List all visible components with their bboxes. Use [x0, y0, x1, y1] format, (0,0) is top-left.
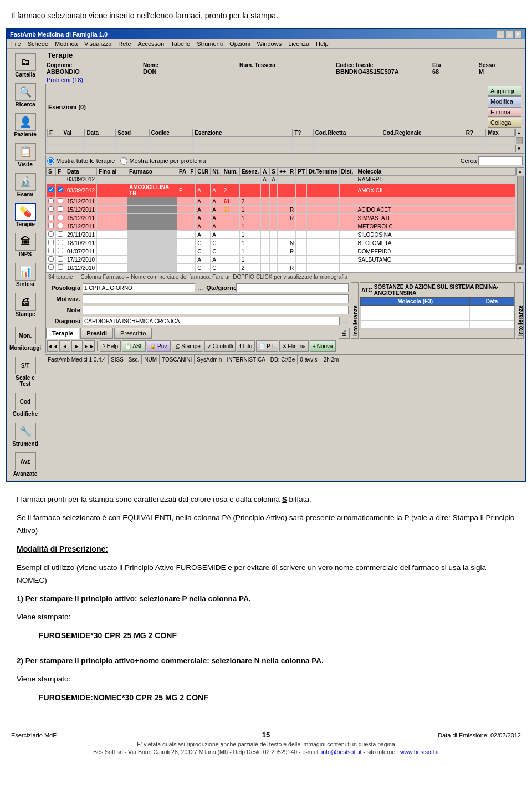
radio-problem-input[interactable]: [120, 157, 127, 165]
sidebar-item-monitoraggi[interactable]: Mon. Monitoraggi: [8, 324, 43, 353]
sidebar-item-paziente[interactable]: 👤 Paziente: [8, 111, 43, 140]
sidebar-item-strumenti[interactable]: 🔧 Strumenti: [8, 420, 43, 449]
priv-btn[interactable]: 🔒 Priv.: [147, 340, 171, 352]
maximize-button[interactable]: □: [505, 30, 513, 38]
status-bar: FastAmb Medici 1.0.4.4 SISS Ssc. NUM TOS…: [45, 354, 524, 364]
stamp-button[interactable]: 🖨: [339, 328, 350, 339]
sidebar-item-esami[interactable]: 🔬 Esami: [8, 171, 43, 200]
therapy-row-2[interactable]: 15/12/2011 A A 61 2: [47, 197, 516, 206]
sidebar-item-avanzate[interactable]: Avz Avanzate: [8, 450, 43, 479]
info-btn[interactable]: ℹ Info: [237, 340, 255, 352]
window-titlebar: FastAmb Medicina di Famiglia 1.0 _ □ ✕: [7, 29, 525, 39]
modifica-button[interactable]: Modifica: [488, 96, 521, 106]
therapy-row-8[interactable]: 01/07/2011 C C 1: [47, 247, 516, 256]
menu-modifica[interactable]: Modifica: [52, 40, 81, 48]
aggiungi-button[interactable]: Aggiungi: [488, 86, 521, 96]
scroll-down[interactable]: ▼: [515, 145, 523, 152]
diagnosi-input[interactable]: [83, 317, 340, 325]
footer-website[interactable]: www.bestsoft.it: [400, 749, 439, 755]
elimina-icon: ✕: [282, 343, 287, 349]
therapy-row-4[interactable]: 15/12/2011 A A 1: [47, 214, 516, 222]
menu-opzioni[interactable]: Opzioni: [226, 40, 253, 48]
nav-first[interactable]: ◄◄: [47, 340, 58, 352]
tab-terapie[interactable]: Terapie: [46, 328, 79, 339]
nav-prev[interactable]: ◄: [59, 340, 70, 352]
sidebar-item-scale-test[interactable]: S/T Scale e Test: [8, 354, 43, 389]
stampe-btn[interactable]: 🖨 Stampe: [172, 340, 203, 352]
sidebar-item-cartella[interactable]: 🗂 Cartella: [8, 51, 43, 80]
scroll-up[interactable]: ▲: [515, 129, 523, 136]
sidebar-item-terapie[interactable]: 💊 Terapie: [8, 201, 43, 230]
help-btn[interactable]: ? Help: [100, 340, 121, 352]
esenzioni-row-1[interactable]: [48, 137, 515, 145]
menu-windows[interactable]: Windows: [254, 40, 285, 48]
therapy-row-0[interactable]: 03/09/2012 A: [47, 176, 516, 184]
molecule-row-1[interactable]: [361, 306, 514, 313]
menu-licenza[interactable]: Licenza: [285, 40, 313, 48]
therapy-scroll-up[interactable]: ▲: [516, 167, 524, 175]
therapy-scroll-down[interactable]: ▼: [516, 264, 524, 272]
therapy-row-amoxicillina[interactable]: 03/09/2012 AMOXICILLINA TR P A A 2: [47, 184, 516, 197]
therapy-scroll-thumb[interactable]: [517, 176, 524, 264]
posologia-input[interactable]: [83, 283, 195, 292]
therapy-row-3[interactable]: 15/12/2011 A A 13 1: [47, 206, 516, 214]
minimize-button[interactable]: _: [497, 30, 504, 38]
footer-email[interactable]: info@bestsoft.it: [321, 749, 362, 755]
menu-visualizza[interactable]: Visualizza: [81, 40, 115, 48]
therapy-row-9[interactable]: 17/12/2010 A A 1: [47, 256, 516, 264]
cerca-input[interactable]: [478, 156, 523, 165]
note-input[interactable]: [83, 306, 349, 314]
nav-next[interactable]: ►: [71, 340, 83, 352]
nuova-btn[interactable]: + Nuova: [310, 340, 336, 352]
intolleranze-tab-right[interactable]: Intolleranze: [516, 282, 524, 339]
menu-file[interactable]: File: [8, 40, 24, 48]
motivaz-input[interactable]: [83, 294, 349, 303]
menubar: File Schede Modifica Visualizza Rete Acc…: [7, 39, 525, 49]
molecule-row-2[interactable]: [361, 313, 514, 321]
asl-btn[interactable]: 📋 ASL: [122, 340, 146, 352]
therapy-row-6[interactable]: 29/11/2011 A A 1: [47, 231, 516, 239]
menu-accessori[interactable]: Accessori: [135, 40, 168, 48]
collega-button[interactable]: Collega: [488, 118, 521, 128]
esenzioni-row-2[interactable]: [48, 145, 515, 152]
qta-giorno-input[interactable]: [236, 283, 349, 292]
intolleranze-tab-left[interactable]: Intolleranze: [351, 282, 359, 339]
section-title: Terapie: [45, 50, 524, 60]
problemi-link[interactable]: Problemi (18): [45, 76, 524, 84]
sidebar-item-ricerca[interactable]: 🔍 Ricerca: [8, 81, 43, 110]
sidebar-item-stampe[interactable]: 🖨 Stampe: [8, 291, 43, 319]
therapy-row-5[interactable]: 15/12/2011 A A 1: [47, 222, 516, 231]
tab-prescritto[interactable]: Prescritto: [114, 328, 152, 339]
elimina-therapy-btn[interactable]: ✕ Elimina: [279, 340, 309, 352]
menu-strumenti[interactable]: Strumenti: [193, 40, 226, 48]
status-user: TOSCANINI: [160, 355, 195, 364]
status-num: NUM: [142, 355, 160, 364]
menu-rete[interactable]: Rete: [115, 40, 134, 48]
therapy-row-7[interactable]: 18/10/2011 C C 1: [47, 239, 516, 247]
menu-tabelle[interactable]: Tabelle: [167, 40, 193, 48]
sidebar-item-codifiche[interactable]: Cod Codifiche: [8, 390, 43, 419]
doc-modalita: Modalità di Prescrizione:: [17, 543, 515, 556]
nav-last[interactable]: ►►: [84, 340, 95, 352]
strumenti-icon: 🔧: [15, 423, 36, 440]
menu-schede[interactable]: Schede: [24, 40, 52, 48]
sidebar-item-inps[interactable]: 🏛 INPS: [8, 231, 43, 259]
menu-help[interactable]: Help: [313, 40, 332, 48]
sidebar-item-sintesi[interactable]: 📊 Sintesi: [8, 261, 43, 289]
sidebar-item-visite[interactable]: 📋 Visite: [8, 141, 43, 170]
patient-eta-group: Eta 68: [432, 62, 477, 75]
molecule-row-3[interactable]: [361, 321, 514, 329]
th-fino-al: Fino al: [97, 168, 127, 176]
tab-presidi[interactable]: Presidi: [80, 328, 113, 339]
radio-all-input[interactable]: [47, 157, 54, 165]
elimina-button[interactable]: Elimina: [488, 107, 521, 117]
asl-icon: 📋: [125, 343, 131, 349]
scroll-thumb[interactable]: [516, 137, 523, 144]
nuova-icon: +: [313, 343, 316, 349]
controlli-btn[interactable]: ✓ Controlli: [204, 340, 236, 352]
motivaz-row: Motivaz.: [46, 293, 350, 304]
therapy-row-10[interactable]: 10/12/2010 C C 2: [47, 264, 516, 272]
close-button[interactable]: ✕: [514, 30, 522, 38]
cerca-label: Cerca: [461, 157, 477, 164]
pt-btn[interactable]: 📄 P.T.: [256, 340, 278, 352]
